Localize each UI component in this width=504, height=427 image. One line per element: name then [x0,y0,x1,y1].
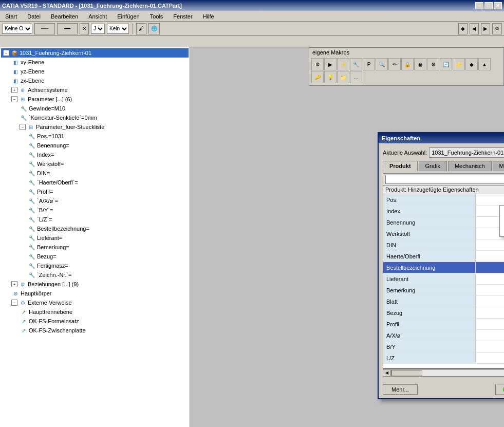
macro-btn-7[interactable]: ✏ [388,58,401,70]
tree-item-xy[interactable]: ◧ xy-Ebene [1,58,189,67]
tree-item-okfszwisch[interactable]: ↗ OK-FS-Zwischenplatte [1,326,189,335]
tree-item-werkstoff[interactable]: 🔧 Werkstoff= [1,159,189,169]
expand-btn-root[interactable]: − [3,50,9,56]
close-button[interactable]: ✕ [494,2,502,9]
tree-item-externe[interactable]: − ⚙ Externe Verweise [1,298,189,307]
macro-btn-9[interactable]: ◉ [414,58,426,70]
tree-item-gewinde[interactable]: 🔧 Gewinde=M10 [1,104,189,113]
tree-item-parameter[interactable]: − ⊞ Parameter [...] (6) [1,95,189,104]
prop-value-profil[interactable] [476,319,504,329]
macro-btn-4[interactable]: 🔧 [350,58,362,70]
tree-item-haupttrenn[interactable]: ↗ Haupttrennebene [1,307,189,317]
tree-item-hauptkorper[interactable]: ⚙ Hauptkörper [1,289,189,298]
toolbar-globe-btn[interactable]: 🌐 [148,23,160,34]
tree-item-korrektur[interactable]: 🔧 `Korrektur-Senktiefe`=0mm [1,113,189,122]
macro-btn-11[interactable]: 🔄 [440,58,452,70]
prop-value-pos[interactable] [476,194,504,205]
tree-item-lz[interactable]: 🔧 `L/Z`= [1,215,189,224]
expand-btn-externe[interactable]: − [11,300,17,306]
menu-start[interactable]: Start [2,12,20,21]
macro-btn-10[interactable]: ⚙ [427,58,439,70]
menu-fenster[interactable]: Fenster [170,12,195,21]
minimize-button[interactable]: ─ [475,2,483,9]
toolbar-paint-btn[interactable]: 🖌 [136,23,146,34]
maximize-button[interactable]: □ [484,2,493,9]
prop-value-bemerkung[interactable] [476,285,504,295]
tree-item-lieferant[interactable]: 🔧 Lieferant= [1,233,189,243]
prop-value-blatt[interactable] [476,296,504,307]
macro-btn-1[interactable]: ⚙ [311,58,324,70]
macro-btn-17[interactable]: 📁 [337,71,349,83]
tree-item-index[interactable]: 🔧 Index= [1,150,189,159]
expand-btn-bezieh[interactable]: + [11,281,17,287]
menu-datei[interactable]: Datei [24,12,44,21]
tree-item-bezug[interactable]: 🔧 Bezug= [1,252,189,261]
prop-value-lz[interactable] [476,352,504,363]
tree-item-zx[interactable]: ◧ zx-Ebene [1,76,189,85]
prop-value-by[interactable] [476,341,504,352]
macro-btn-3[interactable]: ⚡ [337,58,349,70]
toolbar-kein-select[interactable]: Kein [107,24,129,34]
scroll-left-btn[interactable]: ◀ [383,369,391,377]
context-menu-item-mehrere[interactable]: Mehrere Werte hinzufügen... [500,206,504,216]
macro-btn-12[interactable]: ⭐ [453,58,465,70]
macro-btn-15[interactable]: 🔑 [311,71,324,83]
tree-item-param-stueck[interactable]: − ⊞ Parameter_fuer-Stueckliste [1,122,189,132]
prop-value-bestell[interactable] [476,262,504,273]
macro-btn-16[interactable]: 💡 [324,71,337,83]
tab-grafik[interactable]: Grafik [419,161,447,171]
tree-item-din[interactable]: 🔧 DIN= [1,169,189,178]
macro-btn-2[interactable]: ▶ [324,58,337,70]
mehr-button[interactable]: Mehr... [383,384,418,395]
aktuelle-auswahl-input[interactable] [429,147,504,158]
tab-masse[interactable]: Masse [493,161,504,171]
tree-item-profil[interactable]: 🔧 Profil= [1,187,189,196]
tab-mechanisch[interactable]: Mechanisch [448,161,492,171]
feature-tree[interactable]: − 📦 1031_Fuehrung-Ziehkern-01 ◧ xy-Ebene… [0,47,190,427]
menu-tools[interactable]: Tools [147,12,166,21]
tab-produkt[interactable]: Produkt [383,161,418,171]
toolbar-x-btn[interactable]: ✕ [80,23,89,34]
toolbar-nav-btn3[interactable]: ▶ [481,23,490,34]
tree-item-haerte[interactable]: 🔧 `Haerte/Oberfl`= [1,178,189,187]
toolbar-j-select[interactable]: J [91,24,105,34]
tree-item-bemerkung[interactable]: 🔧 Bemerkung= [1,243,189,252]
menu-hilfe[interactable]: Hilfe [200,12,217,21]
context-menu-item-kommentar[interactable]: Kommentar bearbeiten... [500,216,504,226]
macro-btn-8[interactable]: 🔒 [401,58,414,70]
macro-btn-18[interactable]: … [350,71,362,83]
toolbar-line-btn2[interactable]: ━━ [57,23,78,34]
macro-btn-14[interactable]: ▲ [478,58,491,70]
tree-item-beziehungen[interactable]: + ⚙ Beziehungen [...] (9) [1,280,189,289]
tree-item-axo[interactable]: 🔧 `A/X/ø`= [1,196,189,206]
tree-item-fertig[interactable]: 🔧 Fertigmasz= [1,261,189,270]
toolbar-dropdown1[interactable]: Keine O [2,24,32,34]
properties-header-input[interactable] [385,175,504,184]
tree-item-okfsform[interactable]: ↗ OK-FS-Formeinsatz [1,317,189,326]
tree-item-yz[interactable]: ◧ yz-Ebene [1,67,189,76]
toolbar-nav-btn2[interactable]: ◀ [470,23,479,34]
prop-value-din[interactable] [476,239,504,250]
tree-item-pos[interactable]: 🔧 Pos.=1031 [1,132,189,141]
tree-item-by[interactable]: 🔧 `B/Y`= [1,206,189,215]
macro-btn-6[interactable]: 🔍 [376,58,388,70]
macro-btn-13[interactable]: ◆ [465,58,478,70]
scrollbar-bottom[interactable]: ◀ ▶ [383,368,504,377]
toolbar-nav-btn4[interactable]: ⚙ [492,23,502,34]
prop-value-bezug[interactable] [476,307,504,318]
menu-bearbeiten[interactable]: Bearbeiten [48,12,81,21]
tree-item-zeichn[interactable]: 🔧 `Zeichn.-Nr.`= [1,270,189,280]
tree-item-bestell[interactable]: 🔧 Bestellbezeichnung= [1,224,189,233]
macro-btn-5[interactable]: P [363,58,375,70]
tree-item-root[interactable]: − 📦 1031_Fuehrung-Ziehkern-01 [1,48,189,58]
expand-btn-stueck[interactable]: − [20,124,26,130]
prop-value-lieferant[interactable] [476,273,504,284]
expand-btn-achsen[interactable]: + [11,87,17,93]
prop-value-axo[interactable] [476,330,504,341]
toolbar-nav-btn1[interactable]: ◆ [458,23,468,34]
menu-ansicht[interactable]: Ansicht [85,12,110,21]
expand-btn-param[interactable]: − [11,96,17,102]
toolbar-line-btn[interactable]: ── [34,23,55,34]
prop-value-haerte[interactable] [476,251,504,262]
ok-button[interactable]: OK [495,384,504,395]
